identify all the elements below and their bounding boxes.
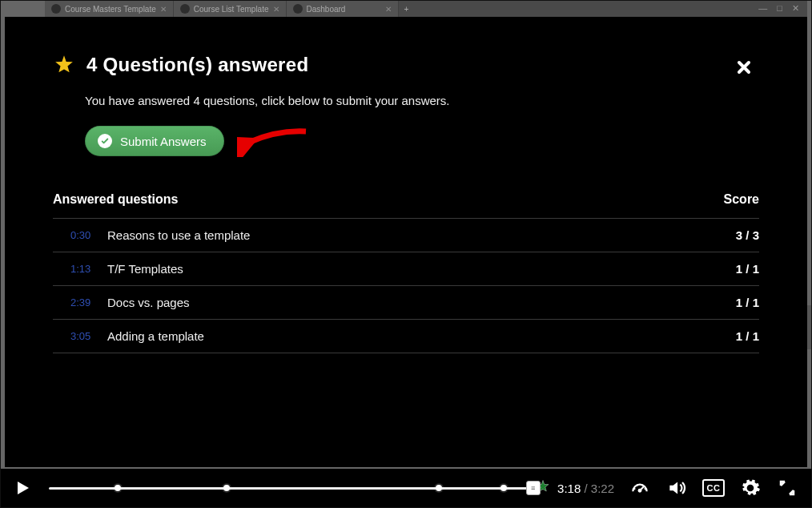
browser-tab[interactable]: Course List Template✕ xyxy=(174,1,287,17)
gear-icon xyxy=(740,478,761,498)
question-timestamp[interactable]: 0:30 xyxy=(70,229,107,241)
duration-time: 3:22 xyxy=(591,482,614,495)
question-title: T/F Templates xyxy=(107,262,736,276)
browser-tab[interactable]: Course Masters Template✕ xyxy=(45,1,174,17)
svg-point-6 xyxy=(633,488,635,490)
close-overlay-button[interactable] xyxy=(732,55,756,79)
fullscreen-button[interactable] xyxy=(776,477,798,499)
playback-speed-button[interactable] xyxy=(629,477,651,499)
play-icon xyxy=(13,478,32,498)
check-circle-icon xyxy=(98,134,112,148)
question-marker-icon[interactable] xyxy=(115,485,121,491)
question-row[interactable]: 3:05 Adding a template 1 / 1 xyxy=(53,319,759,353)
question-marker-icon[interactable] xyxy=(223,485,230,491)
score-header: Score xyxy=(724,192,759,207)
overlay-subtitle: You have answered 4 questions, click bel… xyxy=(85,94,759,107)
tab-title: Dashboard xyxy=(307,5,346,14)
volume-icon xyxy=(666,478,687,498)
tab-title: Course List Template xyxy=(194,5,269,14)
question-score: 3 / 3 xyxy=(736,228,759,242)
submit-answers-button[interactable]: Submit Answers xyxy=(85,126,224,156)
svg-line-5 xyxy=(640,486,644,490)
browser-tab[interactable]: Dashboard✕ xyxy=(287,1,399,17)
progress-track: ≡ xyxy=(49,487,543,490)
tab-title: Course Masters Template xyxy=(65,5,156,14)
question-row[interactable]: 1:13 T/F Templates 1 / 1 xyxy=(53,252,759,285)
svg-point-8 xyxy=(641,485,643,486)
window-controls: — □ ✕ xyxy=(758,3,799,14)
tab-close-icon[interactable]: ✕ xyxy=(273,5,279,14)
question-row[interactable]: 2:39 Docs vs. pages 1 / 1 xyxy=(53,285,759,319)
answered-questions-header: Answered questions xyxy=(53,192,178,207)
question-title: Docs vs. pages xyxy=(107,296,736,309)
question-list: 0:30 Reasons to use a template 3 / 3 1:1… xyxy=(53,218,759,353)
svg-point-9 xyxy=(644,488,645,490)
question-title: Adding a template xyxy=(107,329,736,343)
time-display: 3:18 / 3:22 xyxy=(557,482,614,495)
progress-markers xyxy=(49,487,543,490)
progress-bar[interactable]: ≡ xyxy=(49,480,543,496)
progress-handle[interactable]: ≡ xyxy=(526,481,541,495)
closed-captions-button[interactable]: CC xyxy=(702,477,725,499)
play-button[interactable] xyxy=(10,476,34,500)
star-icon xyxy=(53,54,75,76)
minimize-icon[interactable]: — xyxy=(758,3,767,14)
question-row[interactable]: 0:30 Reasons to use a template 3 / 3 xyxy=(53,218,759,252)
question-timestamp[interactable]: 3:05 xyxy=(70,330,107,342)
window: Course Masters Template✕ Course List Tem… xyxy=(0,0,812,508)
settings-button[interactable] xyxy=(739,477,762,499)
question-marker-icon[interactable] xyxy=(500,485,507,491)
question-title: Reasons to use a template xyxy=(107,228,736,242)
gauge-icon xyxy=(629,478,650,498)
question-marker-icon[interactable] xyxy=(436,485,442,491)
tab-close-icon[interactable]: ✕ xyxy=(160,5,167,14)
question-score: 1 / 1 xyxy=(736,262,759,276)
current-time: 3:18 xyxy=(557,482,581,495)
favicon-icon xyxy=(293,4,303,14)
new-tab-button[interactable]: + xyxy=(399,5,415,14)
favicon-icon xyxy=(51,4,61,14)
fullscreen-icon xyxy=(778,478,797,498)
maximize-icon[interactable]: □ xyxy=(777,3,782,14)
svg-point-7 xyxy=(637,485,638,486)
annotation-arrow-icon xyxy=(237,125,309,157)
cc-icon: CC xyxy=(702,479,725,497)
volume-button[interactable] xyxy=(665,477,688,499)
overlay-title: 4 Question(s) answered xyxy=(86,54,308,76)
submit-label: Submit Answers xyxy=(120,135,207,148)
question-timestamp[interactable]: 2:39 xyxy=(70,296,107,308)
close-icon xyxy=(736,59,752,75)
question-score: 1 / 1 xyxy=(736,329,759,343)
video-player-bar: ≡ 3:18 / 3:22 CC xyxy=(1,469,811,507)
browser-tabstrip: Course Masters Template✕ Course List Tem… xyxy=(45,1,807,17)
question-score: 1 / 1 xyxy=(736,296,759,309)
quiz-results-overlay: 4 Question(s) answered You have answered… xyxy=(5,17,807,467)
tab-close-icon[interactable]: ✕ xyxy=(385,5,392,14)
favicon-icon xyxy=(180,4,190,14)
question-timestamp[interactable]: 1:13 xyxy=(70,263,107,275)
close-window-icon[interactable]: ✕ xyxy=(792,3,799,14)
